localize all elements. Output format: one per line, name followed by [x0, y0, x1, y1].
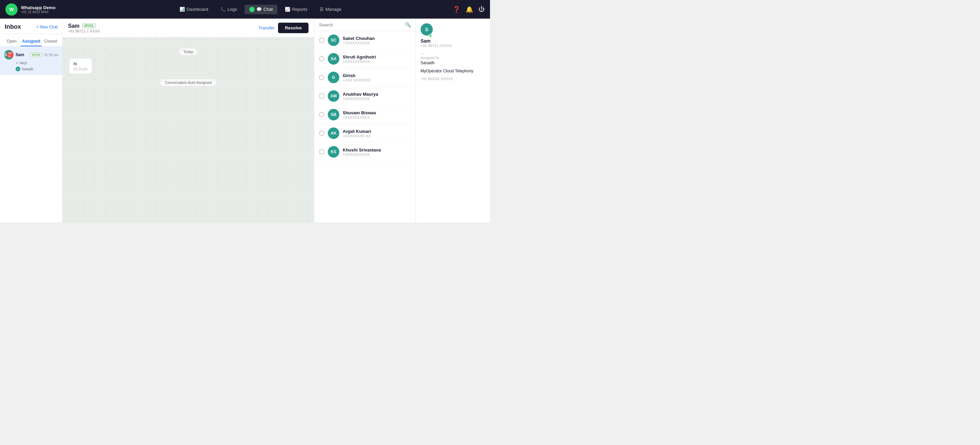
agent-radio-sc[interactable] [319, 38, 325, 43]
agent-radio-sb[interactable] [319, 112, 325, 117]
contact-avatar: S [421, 23, 433, 35]
agent-info-sb: Shuvam Biswas +XXXXXXXXXX [343, 110, 411, 119]
chat-contact-tag: MY01 [82, 23, 96, 29]
agent-radio-sa[interactable] [319, 56, 325, 62]
right-panel: S Sam +91 96711 XXXXX — Assigned To Sana… [415, 19, 490, 223]
notifications-icon[interactable]: 🔔 [466, 6, 473, 13]
agent-info-ks: Khushi Srivastava +XXXXXXXXXX [343, 147, 411, 157]
new-chat-button[interactable]: + New Chat [36, 25, 57, 29]
agent-search-input[interactable] [319, 22, 402, 27]
conv-header: S 23 h Sam MY01 01:35 pm [4, 50, 58, 60]
assigned-to-label: — [421, 52, 485, 55]
main-layout: Inbox + New Chat Open Assigned Closed S … [0, 19, 490, 223]
conversation-list: S 23 h Sam MY01 01:35 pm ✓ Hey! S Sanadh [0, 47, 62, 223]
agent-info-am: Anubhav Maurya +XXXXXXXXXX [343, 92, 411, 101]
agent-info-g: Girish +XXX XXXXXXX [343, 73, 411, 82]
right-contact-phone: +91 96711 XXXXX [421, 44, 485, 48]
resolve-button[interactable]: Resolve [278, 23, 309, 33]
agent-radio-am[interactable] [319, 93, 325, 99]
agent-phone-sa: +XXXXXXXXXX [343, 60, 411, 63]
sidebar-title: Inbox [5, 23, 21, 30]
chat-messages: Today hi 01:33 pm Conversation Auto Assi… [63, 38, 314, 223]
brand: W Whatsapp Demo +91 22 6619 9443 [5, 3, 68, 16]
brand-phone: +91 22 6619 9443 [21, 10, 56, 14]
chat-badge: ! [249, 7, 255, 12]
chat-contact-top: Sam MY01 [68, 23, 100, 29]
agent-info-sa: Shruti Agnihotri +XXXXXXXXXX [343, 54, 411, 63]
conv-agent: S Sanadh [16, 67, 58, 71]
tab-closed[interactable]: Closed [41, 37, 60, 46]
agent-item[interactable]: AK Anjali Kumari +XXXXXXXX XX [314, 124, 415, 143]
agent-list: SC Saket Chouhan +XXXXXXXXXX SA Shruti A… [314, 31, 415, 223]
agent-avatar-sb: SB [328, 109, 339, 120]
agent-radio-ks[interactable] [319, 149, 325, 155]
agent-avatar-am: AM [328, 90, 339, 102]
sidebar: Inbox + New Chat Open Assigned Closed S … [0, 19, 63, 223]
agent-phone-ak: +XXXXXXXX XX [343, 134, 411, 138]
brand-text: Whatsapp Demo +91 22 6619 9443 [21, 5, 56, 14]
tab-assigned[interactable]: Assigned [21, 37, 41, 46]
transfer-button[interactable]: Transfer [258, 25, 275, 30]
logs-icon: 📞 [220, 7, 226, 12]
agent-radio-g[interactable] [319, 75, 325, 80]
assigned-to-header: Assigned To [421, 56, 485, 60]
tab-open[interactable]: Open [3, 37, 21, 46]
message-bubble: hi 01:33 pm [69, 59, 92, 74]
agent-item[interactable]: AM Anubhav Maurya +XXXXXXXXXX [314, 87, 415, 106]
brand-icon: W [5, 3, 18, 16]
online-status-dot [429, 34, 432, 38]
agent-item[interactable]: KS Khushi Srivastava +XXXXXXXXXX [314, 143, 415, 161]
agent-info-ak: Anjali Kumari +XXXXXXXX XX [343, 129, 411, 138]
agent-radio-ak[interactable] [319, 130, 325, 136]
nav-chat[interactable]: ! 💬 Chat [245, 5, 277, 14]
brand-title: Whatsapp Demo [21, 5, 56, 10]
search-icon: 🔍 [405, 22, 411, 27]
agent-avatar-ak: AK [328, 127, 339, 139]
topnav-actions: ❓ 🔔 ⏻ [453, 6, 485, 13]
agent-item[interactable]: SA Shruti Agnihotri +XXXXXXXXXX [314, 50, 415, 68]
agent-phone-am: +XXXXXXXXXX [343, 97, 411, 101]
agent-name-sc: Saket Chouhan [343, 36, 411, 41]
agent-item[interactable]: SB Shuvam Biswas +XXXXXXXXXX [314, 106, 415, 124]
chat-contact-info: Sam MY01 +91 96711 1 XXXX [68, 23, 100, 33]
nav-logs[interactable]: 📞 Logs [216, 5, 242, 14]
topnav: W Whatsapp Demo +91 22 6619 9443 📊 Dashb… [0, 0, 490, 19]
agent-name-ks: Khushi Srivastava [343, 147, 411, 152]
right-contact-name: Sam [421, 38, 485, 44]
conv-name: Sam [16, 52, 28, 57]
inbox-tabs: Open Assigned Closed [0, 34, 62, 47]
nav-manage[interactable]: ☰ Manage [315, 5, 346, 14]
reports-icon: 📈 [285, 7, 290, 12]
main-nav: 📊 Dashboard 📞 Logs ! 💬 Chat 📈 Reports ☰ … [71, 5, 450, 14]
conv-time: 01:35 pm [44, 53, 58, 57]
time-badge: 23 h [7, 51, 14, 58]
agent-phone-sc: +XXXXXXXXXX [343, 41, 411, 45]
agent-item[interactable]: SC Saket Chouhan +XXXXXXXXXX [314, 31, 415, 50]
conv-tag: MY01 [30, 52, 42, 57]
chat-area: Sam MY01 +91 96711 1 XXXX Transfer Resol… [63, 19, 314, 223]
manage-icon: ☰ [320, 7, 324, 12]
nav-dashboard[interactable]: 📊 Dashboard [175, 5, 213, 14]
agent-avatar-sa: SA [328, 53, 339, 65]
date-divider: Today [69, 48, 307, 54]
sidebar-header: Inbox + New Chat [0, 19, 62, 34]
message-incoming: hi 01:33 pm [69, 59, 307, 74]
agent-item[interactable]: G Girish +XXX XXXXXXX [314, 68, 415, 87]
chat-contact-name: Sam [68, 23, 80, 29]
chat-contact-phone: +91 96711 1 XXXX [68, 29, 100, 33]
contact-avatar-wrap: S [421, 23, 433, 38]
help-icon[interactable]: ❓ [453, 6, 460, 13]
assigned-to-value: Sanadh [421, 60, 485, 65]
agent-name-sa: Shruti Agnihotri [343, 54, 411, 60]
conv-avatar: S 23 h [4, 50, 14, 60]
agent-name-sb: Shuvam Biswas [343, 110, 411, 115]
auto-assigned-notice: Conversation Auto Assigned [69, 79, 307, 85]
agent-phone-ks: +XXXXXXXXXX [343, 152, 411, 157]
chat-icon: 💬 [256, 7, 262, 12]
conversation-item[interactable]: S 23 h Sam MY01 01:35 pm ✓ Hey! S Sanadh [0, 47, 62, 75]
agent-small-avatar: S [16, 67, 20, 71]
agent-phone-g: +XXX XXXXXXX [343, 78, 411, 82]
power-icon[interactable]: ⏻ [479, 6, 485, 13]
agent-name-am: Anubhav Maurya [343, 92, 411, 97]
nav-reports[interactable]: 📈 Reports [280, 5, 312, 14]
